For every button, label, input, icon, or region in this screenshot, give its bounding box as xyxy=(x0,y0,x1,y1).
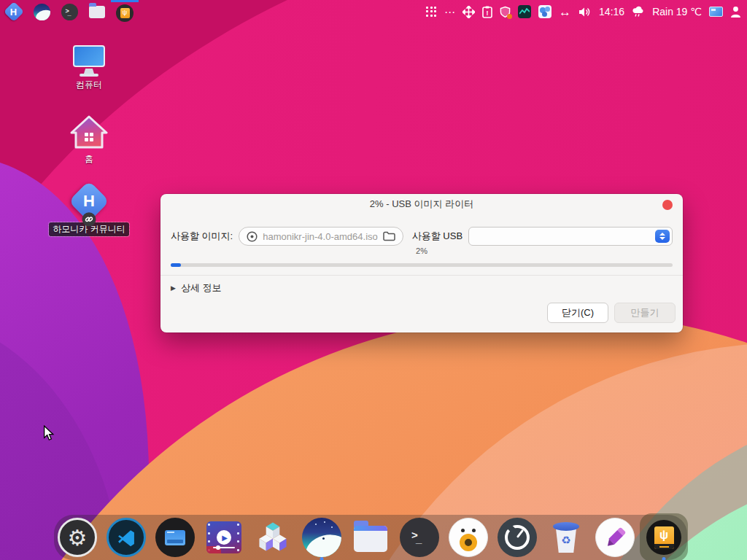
disc-icon xyxy=(247,231,258,242)
usb-label: 사용할 USB xyxy=(412,230,462,243)
dialog-title: 2% - USB 이미지 라이터 xyxy=(160,194,683,213)
display-panel-icon xyxy=(155,518,195,557)
dock-item-whale-browser[interactable] xyxy=(301,517,342,558)
dock-item-system-monitor[interactable] xyxy=(497,517,538,558)
desktop-icon-label: 컴퓨터 xyxy=(72,78,106,92)
dock-item-vscode[interactable] xyxy=(106,517,147,558)
taskbar: H >_ ψ xyxy=(0,0,139,23)
user-icon[interactable] xyxy=(730,6,741,18)
expander-arrow-icon: ▶ xyxy=(171,284,176,292)
volume-icon[interactable] xyxy=(578,7,592,18)
usb-writer-icon: ψ xyxy=(646,520,681,555)
clock[interactable]: 14:16 xyxy=(599,6,624,18)
progress-bar xyxy=(171,263,673,267)
running-indicator-dot xyxy=(320,557,324,560)
details-expander[interactable]: ▶ 상세 정보 xyxy=(171,281,222,295)
desktop-icon-computer[interactable]: 컴퓨터 xyxy=(47,45,131,92)
taskbar-whale-browser[interactable] xyxy=(28,0,55,23)
image-label: 사용할 이미지: xyxy=(171,230,233,243)
computer-icon xyxy=(73,45,105,67)
dock-item-video-player[interactable]: ▶ xyxy=(204,517,244,558)
display-settings-icon[interactable] xyxy=(709,7,723,17)
move-tool-icon[interactable] xyxy=(462,6,475,18)
usb-device-select[interactable] xyxy=(468,227,673,246)
top-panel: H >_ ψ ⋯ ! xyxy=(0,0,747,23)
dock-item-settings[interactable]: ⚙ xyxy=(57,517,98,558)
terminal-icon: >_ xyxy=(400,518,439,557)
folder-icon xyxy=(89,6,105,18)
dock-item-text-editor[interactable] xyxy=(595,517,635,558)
system-monitor-icon[interactable] xyxy=(518,5,531,18)
hamonikr-logo-icon: H xyxy=(4,1,24,22)
taskbar-terminal[interactable]: >_ xyxy=(55,0,83,23)
system-tray: ⋯ ! ↔ 14:16 Rain 19 ℃ xyxy=(426,0,747,23)
image-file-chooser[interactable]: hamonikr-jin-4.0-amd64.iso xyxy=(239,227,403,246)
image-filename: hamonikr-jin-4.0-amd64.iso xyxy=(263,231,378,242)
taskbar-usb-image-writer[interactable]: ψ xyxy=(111,0,139,23)
taskbar-file-manager[interactable] xyxy=(83,0,111,23)
video-player-icon: ▶ xyxy=(206,521,241,553)
shield-alert-dot xyxy=(507,14,512,19)
desktop-icon-home[interactable]: 홈 xyxy=(47,115,131,166)
weather-text[interactable]: Rain 19 ℃ xyxy=(652,6,702,18)
folder-open-icon xyxy=(383,231,395,241)
dialog-separator xyxy=(160,275,683,276)
vscode-icon xyxy=(107,518,146,557)
gauge-icon xyxy=(498,518,537,557)
combo-spinner-icon[interactable] xyxy=(655,230,670,243)
trash-icon: ♻ xyxy=(553,522,579,554)
pencil-icon xyxy=(595,518,635,557)
link-badge-icon xyxy=(82,212,96,226)
gear-icon: ⚙ xyxy=(58,518,97,557)
cubes-icon xyxy=(254,518,292,556)
app-grid-icon[interactable] xyxy=(426,7,437,18)
dock-item-usb-image-writer[interactable]: ψ xyxy=(643,517,684,558)
network-arrows-icon[interactable]: ↔ xyxy=(559,6,571,18)
dialog-controls-row: 사용할 이미지: hamonikr-jin-4.0-amd64.iso 사용할 … xyxy=(171,226,673,246)
desktop-icon-hamonikr-community[interactable]: H 하모니카 커뮤니티 xyxy=(47,184,131,236)
overflow-menu-icon[interactable]: ⋯ xyxy=(444,7,455,18)
messenger-icon[interactable] xyxy=(538,5,551,18)
close-button[interactable]: 닫기(C) xyxy=(547,303,608,323)
dock-item-display-panel[interactable] xyxy=(155,517,196,558)
dock-item-terminal[interactable]: >_ xyxy=(399,517,440,558)
dialog-button-row: 닫기(C) 만들기 xyxy=(547,303,676,323)
dock-item-software-cubes[interactable] xyxy=(252,517,293,558)
progress-percent-text: 2% xyxy=(160,246,683,255)
folder-icon xyxy=(354,526,387,552)
hamonikr-community-icon: H xyxy=(69,181,110,222)
details-expander-label: 상세 정보 xyxy=(181,281,222,295)
dock-item-file-manager[interactable] xyxy=(350,517,391,558)
desktop-icon-label: 홈 xyxy=(81,152,97,166)
home-icon xyxy=(70,115,108,149)
mouse-cursor xyxy=(42,425,56,441)
security-shield-icon[interactable] xyxy=(500,6,511,18)
running-indicator-dot xyxy=(662,557,666,560)
create-button[interactable]: 만들기 xyxy=(614,303,676,323)
usb-image-writer-dialog: 2% - USB 이미지 라이터 사용할 이미지: hamonikr-jin-4… xyxy=(160,194,683,332)
duck-icon xyxy=(449,518,488,557)
bottom-dock: ⚙ ▶ >_ xyxy=(54,515,687,560)
clipboard-icon[interactable]: ! xyxy=(482,6,492,18)
weather-icon[interactable] xyxy=(632,6,645,18)
dock-item-duck-app[interactable] xyxy=(448,517,489,558)
dock-item-trash[interactable]: ♻ xyxy=(546,517,587,558)
whale-browser-icon xyxy=(34,4,50,20)
terminal-icon: >_ xyxy=(61,4,78,20)
svg-text:!: ! xyxy=(487,9,489,17)
whale-browser-icon xyxy=(302,518,341,557)
progress-fill xyxy=(171,263,181,267)
usb-writer-icon: ψ xyxy=(116,4,133,22)
close-icon[interactable] xyxy=(662,200,673,210)
hamonikr-menu-button[interactable]: H xyxy=(0,0,28,23)
